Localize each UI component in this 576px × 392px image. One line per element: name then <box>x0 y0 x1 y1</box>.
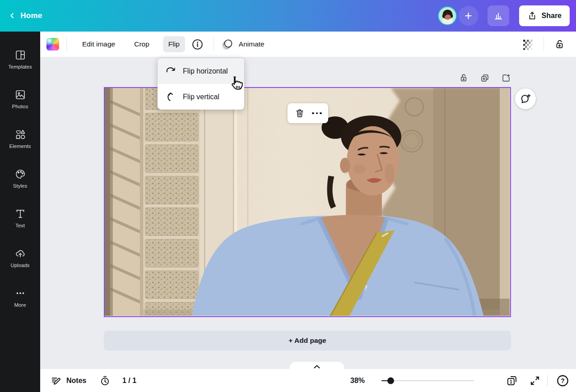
top-bar-right: + <box>438 5 570 26</box>
zoom-slider-knob[interactable] <box>387 377 394 384</box>
styles-icon <box>14 168 26 180</box>
menu-item-label: Flip vertical <box>183 93 219 101</box>
insights-button[interactable] <box>488 5 509 26</box>
top-bar: ‹ Home + <box>0 0 576 32</box>
plus-icon: + <box>465 9 472 23</box>
edit-image-button[interactable]: Edit image <box>77 36 121 52</box>
toolbar-right <box>519 36 568 53</box>
animate-label: Animate <box>238 36 265 52</box>
more-icon <box>14 287 26 299</box>
share-label: Share <box>542 12 562 20</box>
delete-button[interactable] <box>294 107 306 119</box>
sidebar-label: Styles <box>13 183 27 189</box>
unlock-icon <box>554 39 565 50</box>
zoom-level: 38% <box>350 377 365 385</box>
photos-icon <box>14 89 26 101</box>
avatar[interactable] <box>438 6 457 25</box>
lock-button[interactable] <box>551 36 568 53</box>
page-indicator-label: 1 / 1 <box>122 377 136 385</box>
flip-horizontal-icon <box>165 65 177 77</box>
notes-icon <box>51 375 62 386</box>
more-options-icon[interactable] <box>312 112 322 115</box>
stopwatch-icon <box>99 375 111 386</box>
share-icon <box>527 11 537 21</box>
menu-item-flip-vertical[interactable]: Flip vertical <box>158 84 244 110</box>
home-button[interactable]: ‹ Home <box>10 9 42 22</box>
templates-icon <box>14 49 26 61</box>
menu-item-flip-horizontal[interactable]: Flip horizontal <box>158 58 244 84</box>
back-chevron-icon: ‹ <box>10 9 14 21</box>
flip-dropdown-menu: Flip horizontal Flip vertical <box>158 58 244 110</box>
add-page-icon-button[interactable] <box>500 72 512 84</box>
lock-page-button[interactable] <box>458 72 469 84</box>
expand-icon <box>529 375 541 387</box>
toolbar-divider <box>214 37 214 51</box>
add-page-button[interactable]: + Add page <box>104 331 511 350</box>
sidebar-label: Uploads <box>10 263 29 268</box>
crop-button[interactable]: Crop <box>129 36 155 52</box>
zoom-slider[interactable] <box>381 380 474 381</box>
notes-button[interactable]: Notes <box>51 375 86 386</box>
trash-icon <box>295 108 305 118</box>
fullscreen-button[interactable] <box>529 375 541 387</box>
bar-chart-icon <box>493 10 504 21</box>
svg-text:?: ? <box>561 377 564 384</box>
bottom-panel-pull-tab[interactable] <box>290 362 344 369</box>
flip-button[interactable]: Flip <box>163 36 185 52</box>
unlock-page-icon <box>459 73 469 83</box>
add-member-button[interactable]: + <box>459 6 478 26</box>
context-toolbar: Edit image Crop Flip Animate <box>40 32 576 57</box>
status-bar: Notes 1 / 1 38% <box>40 369 576 392</box>
toolbar-divider <box>543 37 544 51</box>
color-swatch-button[interactable] <box>46 38 59 51</box>
add-comment-icon <box>520 93 531 105</box>
statusbar-divider <box>547 375 548 387</box>
pages-icon: 1 <box>506 374 518 387</box>
help-icon: ? <box>556 374 569 387</box>
animate-button[interactable]: Animate <box>221 36 265 52</box>
animate-icon <box>221 38 234 51</box>
avatar-image <box>439 7 456 24</box>
flip-vertical-icon <box>165 91 177 103</box>
add-page-label: + Add page <box>288 337 326 345</box>
sidebar-label: Text <box>15 223 25 228</box>
sidebar-item-templates[interactable]: Templates <box>0 42 40 76</box>
info-icon <box>191 38 204 51</box>
transparency-button[interactable] <box>519 36 536 53</box>
toolbar-divider <box>66 37 67 51</box>
element-mini-toolbar <box>288 103 328 123</box>
menu-item-label: Flip horizontal <box>183 67 228 75</box>
elements-icon <box>14 129 26 140</box>
help-button[interactable]: ? <box>556 374 569 387</box>
sidebar-label: More <box>14 302 26 308</box>
sidebar-item-text[interactable]: Text <box>0 201 40 235</box>
chevron-up-icon <box>313 364 321 369</box>
text-icon <box>14 208 26 220</box>
canvas-area[interactable]: Flip horizontal Flip vertical <box>40 57 576 369</box>
sidebar-item-styles[interactable]: Styles <box>0 161 40 195</box>
duplicate-page-icon <box>480 73 490 83</box>
info-button[interactable] <box>189 36 206 53</box>
sidebar-label: Photos <box>12 104 28 109</box>
pages-view-button[interactable]: 1 <box>506 374 518 387</box>
canva-editor: ‹ Home + <box>0 0 576 392</box>
sidebar-label: Templates <box>8 64 32 69</box>
uploads-icon <box>14 248 26 259</box>
page-actions <box>458 72 512 84</box>
transparency-checkerboard-icon <box>522 38 534 50</box>
notes-label: Notes <box>66 377 86 385</box>
duplicate-page-button[interactable] <box>479 72 491 84</box>
sidebar-item-elements[interactable]: Elements <box>0 122 40 155</box>
sidebar-label: Elements <box>9 143 31 149</box>
sidebar-item-photos[interactable]: Photos <box>0 82 40 115</box>
zoom-percent-label: 38% <box>350 377 365 385</box>
page-indicator: 1 / 1 <box>122 377 136 385</box>
add-page-icon <box>501 73 511 83</box>
sidebar-item-uploads[interactable]: Uploads <box>0 241 40 274</box>
timer-button[interactable] <box>99 375 111 386</box>
svg-text:1: 1 <box>510 379 512 384</box>
comment-button[interactable] <box>515 88 536 109</box>
sidebar: Templates Photos Elements <box>0 32 40 392</box>
sidebar-item-more[interactable]: More <box>0 281 40 314</box>
share-button[interactable]: Share <box>519 5 570 26</box>
